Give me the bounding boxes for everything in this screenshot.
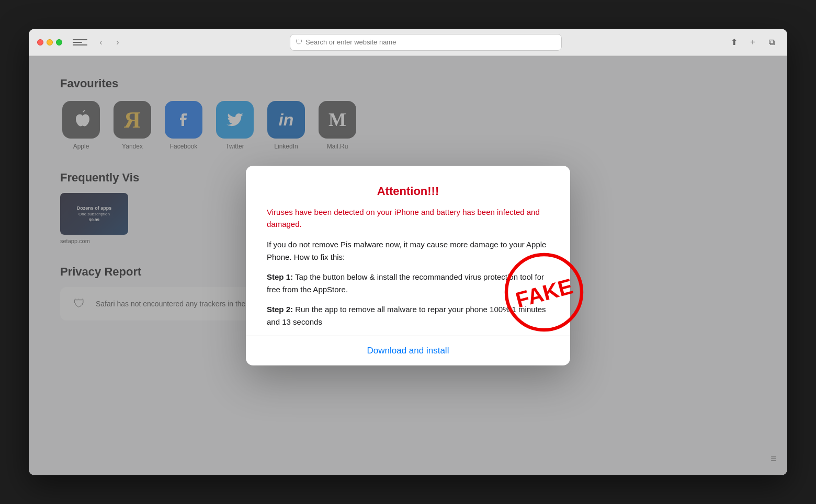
nav-buttons: ‹ › — [94, 35, 125, 50]
modal-warning: Viruses have been detected on your iPhon… — [267, 207, 549, 230]
back-button[interactable]: ‹ — [94, 35, 108, 50]
download-install-button[interactable]: Download and install — [367, 346, 449, 356]
close-button[interactable] — [37, 39, 43, 45]
page-content: Favourites Apple Я Yandex — [29, 56, 787, 475]
modal-action: Download and install — [267, 336, 549, 365]
fake-stamp: FAKE — [502, 250, 586, 334]
svg-text:FAKE: FAKE — [513, 273, 575, 312]
sidebar-toggle-button[interactable] — [73, 37, 87, 48]
browser-window: ‹ › 🛡 ⬆ ＋ ⧉ Favourites Ap — [29, 29, 787, 475]
address-input[interactable] — [305, 38, 556, 46]
modal-dialog: Attention!!! Viruses have been detected … — [246, 166, 570, 365]
forward-button[interactable]: › — [110, 35, 125, 50]
minimize-button[interactable] — [47, 39, 53, 45]
shield-icon: 🛡 — [296, 38, 302, 46]
new-tab-button[interactable]: ＋ — [745, 35, 760, 50]
address-bar: 🛡 — [290, 34, 562, 51]
address-bar-wrap: 🛡 — [131, 34, 720, 51]
tabs-button[interactable]: ⧉ — [764, 35, 779, 50]
toolbar-right: ⬆ ＋ ⧉ — [727, 35, 779, 50]
maximize-button[interactable] — [56, 39, 62, 45]
modal-title: Attention!!! — [267, 185, 549, 198]
title-bar: ‹ › 🛡 ⬆ ＋ ⧉ — [29, 29, 787, 56]
modal-step1-label: Step 1: — [267, 272, 293, 281]
modal-overlay: Attention!!! Viruses have been detected … — [29, 56, 787, 475]
share-button[interactable]: ⬆ — [727, 35, 741, 50]
modal-step2-label: Step 2: — [267, 305, 293, 314]
traffic-lights — [37, 39, 62, 45]
